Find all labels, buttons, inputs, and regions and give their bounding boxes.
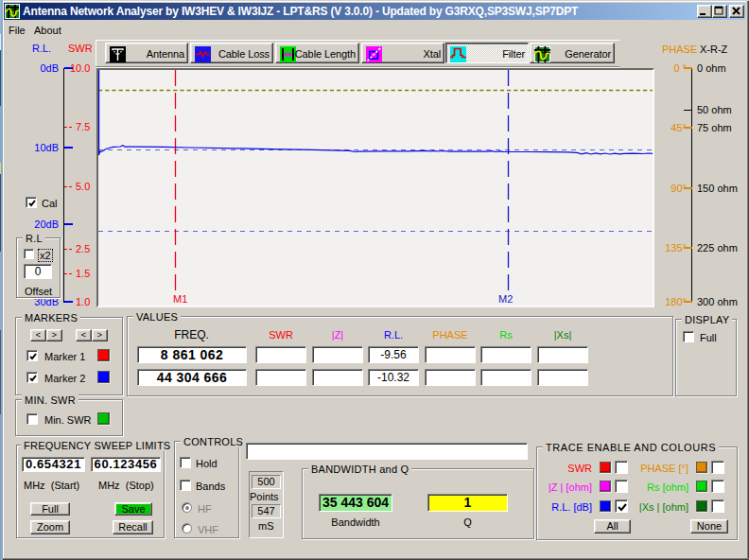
svg-text:M2: M2	[498, 293, 513, 305]
svg-text:M1: M1	[173, 293, 187, 305]
